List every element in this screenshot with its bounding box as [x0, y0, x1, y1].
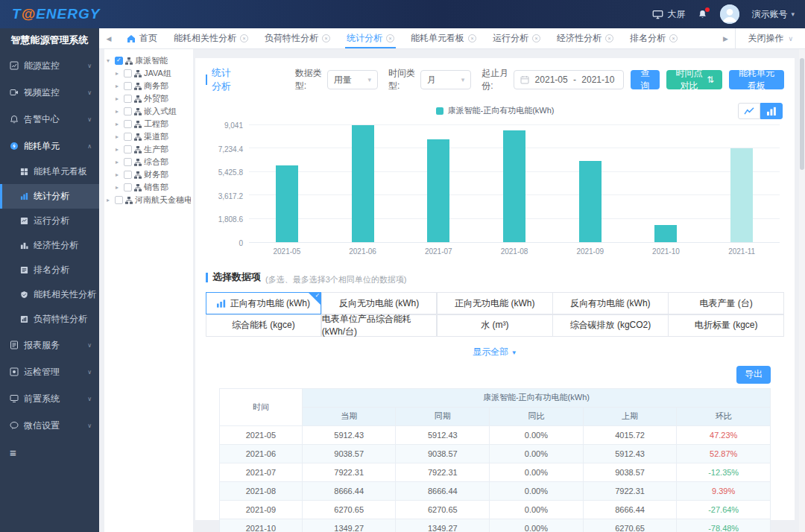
- bar-2021-05[interactable]: [276, 165, 298, 242]
- vertical-scrollbar[interactable]: [799, 49, 805, 532]
- sidebar-item-run-analysis[interactable]: 运行分析: [0, 209, 99, 233]
- tab-unit-board[interactable]: 能耗单元看板×: [402, 28, 484, 48]
- sidebar-item-report-service[interactable]: 报表服务 ∨: [0, 332, 99, 358]
- range-start-value[interactable]: 2021-05: [532, 75, 570, 85]
- tree-node-root2[interactable]: ▸ 河南航天金穗电子有: [107, 194, 191, 206]
- bar-2021-07[interactable]: [427, 139, 449, 242]
- sidebar-item-ranking-analysis[interactable]: 排名分析: [0, 258, 99, 282]
- tree-node[interactable]: ▸商务部: [107, 80, 191, 92]
- tree-expand-icon[interactable]: ▸: [116, 146, 121, 153]
- sidebar-collapse-button[interactable]: ≡: [0, 439, 99, 459]
- tabs-scroll-left-button[interactable]: ◀: [99, 28, 119, 48]
- tree-checkbox[interactable]: [124, 158, 132, 166]
- export-button[interactable]: 导出: [736, 366, 771, 384]
- close-icon[interactable]: ×: [468, 34, 476, 42]
- tile-water[interactable]: 水 (m³): [437, 314, 553, 337]
- tree-expand-icon[interactable]: ▸: [116, 70, 121, 77]
- tile-forward-reactive-energy[interactable]: 正向无功电能 (kWh): [437, 292, 553, 314]
- range-end-value[interactable]: 2021-10: [579, 75, 617, 85]
- close-icon[interactable]: ×: [532, 34, 540, 42]
- tree-expand-icon[interactable]: ▸: [116, 133, 121, 140]
- chart-legend[interactable]: 康派智能-正向有功电能(kWh): [206, 105, 784, 116]
- tree-node[interactable]: ▸嵌入式组: [107, 105, 191, 118]
- bar-2021-10[interactable]: [654, 225, 677, 242]
- tree-node[interactable]: ▸工程部: [107, 118, 191, 130]
- sidebar-item-unit-board[interactable]: 能耗单元看板: [0, 159, 99, 184]
- tree-expand-icon[interactable]: ▸: [116, 95, 121, 102]
- sidebar-item-energy-unit[interactable]: 能耗单元 ∧: [0, 133, 99, 159]
- tree-node[interactable]: ▸财务部: [107, 168, 191, 181]
- tree-checkbox[interactable]: [115, 196, 123, 204]
- close-icon[interactable]: ×: [605, 34, 613, 42]
- tree-checkbox[interactable]: [124, 120, 132, 128]
- bar-2021-08[interactable]: [503, 130, 525, 242]
- sidebar-item-energy-monitor[interactable]: 能源监控 ∨: [0, 52, 99, 79]
- tree-node[interactable]: ▸综合部: [107, 156, 191, 168]
- sidebar-item-maintenance[interactable]: 运检管理 ∨: [0, 358, 99, 385]
- tile-unit-product-energy[interactable]: 电表单位产品综合能耗 (kWh/台): [321, 314, 438, 337]
- close-icon[interactable]: ×: [322, 34, 330, 42]
- tree-node[interactable]: ▸JAVA组: [107, 67, 191, 80]
- time-compare-button[interactable]: 时间点对比 ⇅: [666, 70, 722, 89]
- sidebar-item-statistic-analysis[interactable]: 统计分析: [0, 184, 99, 209]
- tree-expand-icon[interactable]: ▸: [116, 159, 121, 165]
- tree-checkbox[interactable]: [115, 57, 123, 65]
- tree-expand-icon[interactable]: ▾: [107, 57, 113, 64]
- tree-expand-icon[interactable]: ▸: [116, 83, 121, 89]
- tree-node-root[interactable]: ▾ 康派智能: [107, 54, 191, 67]
- big-screen-button[interactable]: 大屏: [652, 8, 685, 21]
- tree-node[interactable]: ▸生产部: [107, 143, 191, 156]
- tile-meter-output[interactable]: 电表产量 (台): [668, 292, 784, 314]
- avatar[interactable]: [720, 4, 739, 24]
- tab-ranking-analysis[interactable]: 排名分析×: [622, 28, 686, 48]
- close-icon[interactable]: ×: [386, 34, 394, 42]
- tab-home[interactable]: 首页: [119, 28, 165, 48]
- tree-checkbox[interactable]: [124, 133, 132, 141]
- tree-expand-icon[interactable]: ▸: [116, 184, 121, 191]
- tile-electric-standard[interactable]: 电折标量 (kgce): [668, 314, 784, 337]
- tree-checkbox[interactable]: [124, 107, 132, 115]
- query-button[interactable]: 查询: [631, 70, 660, 89]
- tab-load-analysis[interactable]: 负荷特性分析×: [256, 28, 338, 48]
- tree-checkbox[interactable]: [124, 183, 132, 191]
- bar-2021-06[interactable]: [352, 125, 374, 242]
- sidebar-item-alarm-center[interactable]: 告警中心 ∨: [0, 106, 99, 133]
- tile-reverse-active-energy[interactable]: 反向有功电能 (kWh): [552, 292, 669, 314]
- tree-node[interactable]: ▸外贸部: [107, 92, 191, 105]
- tile-comprehensive-energy[interactable]: 综合能耗 (kgce): [206, 314, 322, 337]
- tabs-scroll-right-button[interactable]: ▶: [716, 28, 735, 48]
- close-icon[interactable]: ×: [669, 34, 678, 42]
- tab-economic-analysis[interactable]: 经济性分析×: [549, 28, 622, 48]
- tree-checkbox[interactable]: [124, 82, 132, 90]
- sidebar-item-video-monitor[interactable]: 视频监控 ∨: [0, 79, 99, 106]
- tree-expand-icon[interactable]: ▸: [116, 171, 121, 178]
- bar-2021-11[interactable]: [730, 148, 753, 242]
- tab-statistic-analysis[interactable]: 统计分析×: [338, 28, 402, 48]
- tab-correlation-analysis[interactable]: 能耗相关性分析×: [165, 28, 256, 48]
- tree-checkbox[interactable]: [124, 69, 132, 77]
- sidebar-item-wechat-settings[interactable]: 微信设置 ∨: [0, 412, 99, 439]
- tree-node[interactable]: ▸渠道部: [107, 130, 191, 143]
- bar-chart-toggle-button[interactable]: [760, 103, 783, 119]
- notifications-button[interactable]: [697, 9, 708, 20]
- unit-board-button[interactable]: 能耗单元看板: [729, 70, 784, 89]
- sidebar-item-load-analysis[interactable]: 负荷特性分析: [0, 307, 99, 332]
- tree-checkbox[interactable]: [124, 145, 132, 153]
- tree-checkbox[interactable]: [124, 95, 132, 103]
- close-icon[interactable]: ×: [240, 34, 248, 42]
- tree-node[interactable]: ▸销售部: [107, 181, 191, 194]
- show-all-link[interactable]: 显示全部 ▼: [206, 346, 784, 358]
- scrollbar-thumb[interactable]: [800, 58, 804, 170]
- sidebar-item-front-system[interactable]: 前置系统 ∨: [0, 385, 99, 412]
- account-menu[interactable]: 演示账号 ▾: [751, 8, 795, 21]
- close-operations-dropdown[interactable]: 关闭操作 ∨: [735, 28, 805, 48]
- tile-forward-active-energy[interactable]: 正向有功电能 (kWh) ✓: [206, 292, 322, 314]
- sidebar-item-correlation-analysis[interactable]: 能耗相关性分析: [0, 282, 99, 307]
- tree-expand-icon[interactable]: ▸: [116, 108, 121, 115]
- tree-expand-icon[interactable]: ▸: [107, 197, 113, 203]
- tile-reverse-reactive-energy[interactable]: 反向无功电能 (kWh): [321, 292, 438, 314]
- tree-checkbox[interactable]: [124, 171, 132, 179]
- sidebar-item-economic-analysis[interactable]: 经济性分析: [0, 233, 99, 258]
- tile-carbon-emission[interactable]: 综合碳排放 (kgCO2): [552, 314, 669, 337]
- tree-expand-icon[interactable]: ▸: [116, 121, 121, 127]
